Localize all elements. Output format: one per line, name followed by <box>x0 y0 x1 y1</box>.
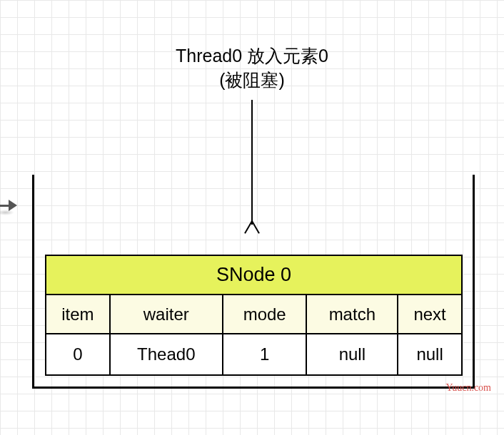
snode-table: SNode 0 item waiter mode match next 0 Th… <box>45 255 463 376</box>
caption-line1: Thread0 放入元素0 <box>0 44 504 68</box>
val-mode: 1 <box>223 334 307 375</box>
table-header-row: item waiter mode match next <box>46 295 462 334</box>
col-mode: mode <box>223 295 307 334</box>
col-match: match <box>306 295 398 334</box>
incoming-arrow-icon <box>0 198 21 213</box>
stack-container: SNode 0 item waiter mode match next 0 Th… <box>32 175 475 389</box>
caption-line2: (被阻塞) <box>0 68 504 93</box>
val-waiter: Thead0 <box>110 334 223 375</box>
col-item: item <box>46 295 110 334</box>
col-waiter: waiter <box>110 295 223 334</box>
table-value-row: 0 Thead0 1 null null <box>46 334 462 375</box>
snode-title: SNode 0 <box>46 255 462 295</box>
watermark-text: Yuucn.com <box>446 382 491 394</box>
col-next: next <box>398 295 462 334</box>
val-match: null <box>306 334 398 375</box>
caption-text: Thread0 放入元素0 (被阻塞) <box>0 44 504 93</box>
val-next: null <box>398 334 462 375</box>
val-item: 0 <box>46 334 110 375</box>
